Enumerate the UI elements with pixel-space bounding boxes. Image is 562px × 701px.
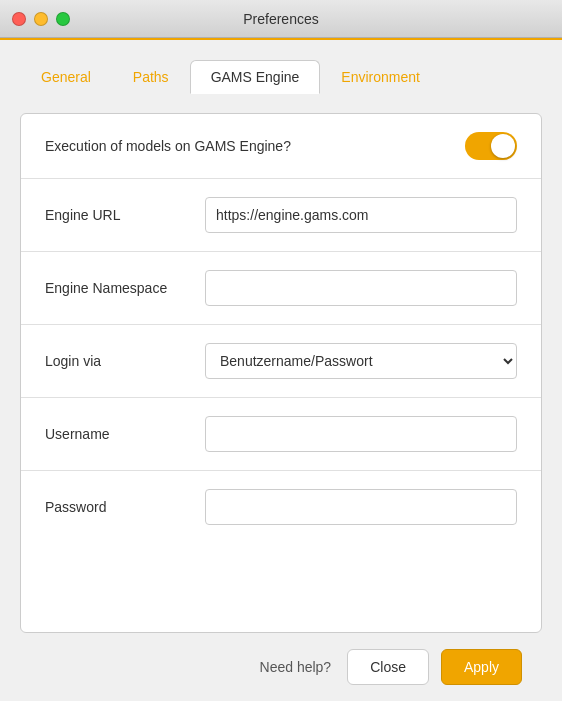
tab-bar: General Paths GAMS Engine Environment — [20, 60, 542, 94]
footer: Need help? Close Apply — [20, 633, 542, 701]
username-label: Username — [45, 426, 205, 442]
login-via-label: Login via — [45, 353, 205, 369]
tab-environment[interactable]: Environment — [320, 60, 441, 94]
close-window-button[interactable] — [12, 12, 26, 26]
username-input[interactable] — [205, 416, 517, 452]
password-row: Password — [21, 471, 541, 543]
main-content: General Paths GAMS Engine Environment Ex… — [0, 38, 562, 701]
engine-namespace-row: Engine Namespace — [21, 252, 541, 325]
apply-button[interactable]: Apply — [441, 649, 522, 685]
form-panel: Execution of models on GAMS Engine? Engi… — [20, 113, 542, 633]
login-via-select[interactable]: Benutzername/Passwort Token SSO — [205, 343, 517, 379]
minimize-window-button[interactable] — [34, 12, 48, 26]
toggle-knob — [491, 134, 515, 158]
username-row: Username — [21, 398, 541, 471]
engine-url-label: Engine URL — [45, 207, 205, 223]
password-label: Password — [45, 499, 205, 515]
password-input[interactable] — [205, 489, 517, 525]
engine-namespace-input[interactable] — [205, 270, 517, 306]
execution-toggle-label: Execution of models on GAMS Engine? — [45, 138, 465, 154]
execution-toggle[interactable] — [465, 132, 517, 160]
engine-url-input[interactable] — [205, 197, 517, 233]
need-help-text: Need help? — [260, 659, 332, 675]
tab-gams-engine[interactable]: GAMS Engine — [190, 60, 321, 94]
maximize-window-button[interactable] — [56, 12, 70, 26]
execution-toggle-row: Execution of models on GAMS Engine? — [21, 114, 541, 179]
login-via-row: Login via Benutzername/Passwort Token SS… — [21, 325, 541, 398]
close-button[interactable]: Close — [347, 649, 429, 685]
tab-general[interactable]: General — [20, 60, 112, 94]
title-bar: Preferences — [0, 0, 562, 38]
engine-namespace-label: Engine Namespace — [45, 280, 205, 296]
tab-paths[interactable]: Paths — [112, 60, 190, 94]
engine-url-row: Engine URL — [21, 179, 541, 252]
window-controls[interactable] — [12, 12, 70, 26]
window-title: Preferences — [243, 11, 318, 27]
